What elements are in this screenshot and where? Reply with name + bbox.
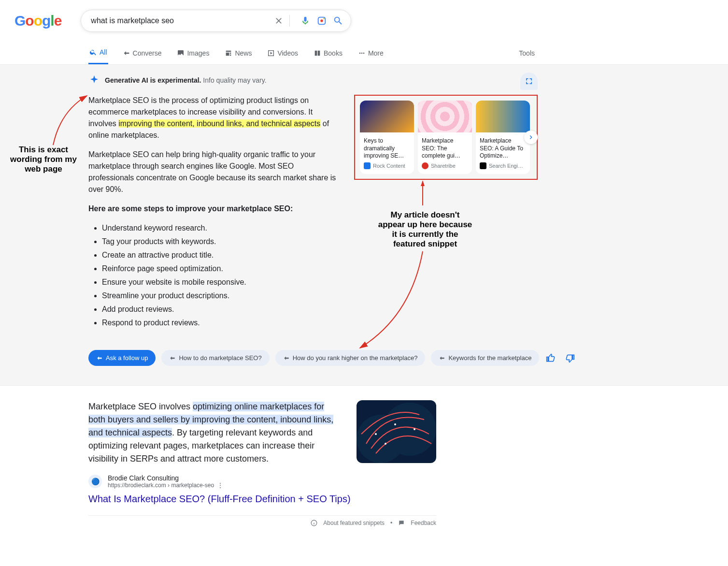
- snippet-pre: Marketplace SEO involves: [88, 402, 193, 411]
- snippet-source-row[interactable]: 🔵 Brodie Clark Consulting https://brodie…: [88, 474, 436, 489]
- ai-answer-text: Marketplace SEO is the process of optimi…: [88, 95, 340, 338]
- source-icon: [364, 162, 371, 169]
- list-item: Reinforce page speed optimization.: [102, 263, 340, 275]
- list-item: Streamline your product descriptions.: [102, 290, 340, 302]
- clear-icon[interactable]: [273, 15, 285, 27]
- chip-label: How do you rank higher on the marketplac…: [293, 354, 418, 362]
- snippet-footer: About featured snippets • Feedback: [88, 515, 436, 526]
- tab-videos[interactable]: Videos: [266, 42, 299, 64]
- search-box[interactable]: [81, 10, 351, 32]
- annotation-arrow-curve: [353, 249, 430, 355]
- snippet-text: Marketplace SEO involves optimizing onli…: [88, 400, 343, 465]
- tab-all[interactable]: All: [88, 42, 108, 64]
- card-thumbnail: [476, 101, 530, 132]
- annotation-arrow-left: [46, 92, 94, 150]
- card-thumbnail: [360, 101, 414, 132]
- tab-news[interactable]: News: [224, 42, 253, 64]
- svg-point-11: [385, 443, 386, 445]
- svg-point-10: [414, 428, 415, 430]
- ai-para1-highlight: improving the content, inbound links, an…: [118, 119, 320, 128]
- annotation-left: This is exact wording from my web page: [10, 145, 77, 174]
- info-icon: [311, 520, 317, 526]
- list-item: Respond to product reviews.: [102, 317, 340, 329]
- svg-point-2: [324, 18, 325, 19]
- search-input[interactable]: [91, 16, 268, 25]
- list-item: Tag your products with keywords.: [102, 236, 340, 247]
- followup-chip[interactable]: How to do marketplace SEO?: [161, 350, 269, 366]
- tab-label: Converse: [133, 49, 162, 57]
- followup-chip[interactable]: Keywords for the marketplace: [431, 350, 539, 366]
- tab-label: All: [100, 48, 107, 56]
- source-card[interactable]: Marketplace SEO: A Guide To Optimize… Se…: [476, 101, 530, 174]
- svg-point-4: [361, 52, 363, 54]
- tab-label: News: [235, 49, 252, 57]
- source-icon: [422, 162, 428, 169]
- feedback-icon: [398, 520, 405, 526]
- sparkle-icon: [88, 74, 100, 86]
- tab-label: Videos: [277, 49, 298, 57]
- followup-chips-row: Ask a follow up How to do marketplace SE…: [88, 350, 538, 366]
- card-title: Marketplace SEO: A Guide To Optimize…: [476, 132, 530, 160]
- gen-ai-disclaimer: Generative AI is experimental. Info qual…: [88, 74, 538, 86]
- header: Google: [0, 0, 728, 42]
- card-title: Keys to dramatically improving SE…: [360, 132, 414, 160]
- tab-label: Images: [187, 49, 209, 57]
- disclaimer-rest: Info quality may vary.: [203, 76, 266, 84]
- card-source: Search Engi…: [476, 160, 530, 174]
- tab-label: Books: [324, 49, 343, 57]
- google-logo[interactable]: Google: [14, 13, 61, 29]
- tools-link[interactable]: Tools: [519, 49, 535, 57]
- tab-books[interactable]: Books: [313, 42, 343, 64]
- list-item: Add product reviews.: [102, 304, 340, 315]
- svg-point-7: [383, 403, 436, 456]
- ai-para2: Marketplace SEO can help bring high-qual…: [88, 149, 340, 195]
- source-name: Rock Content: [373, 163, 405, 169]
- ask-followup-chip[interactable]: Ask a follow up: [88, 350, 156, 366]
- cards-next-button[interactable]: [524, 131, 538, 144]
- list-item: Ensure your website is mobile responsive…: [102, 276, 340, 288]
- source-url-row: https://brodieclark.com › marketplace-se…: [108, 482, 223, 489]
- microphone-icon[interactable]: [300, 15, 311, 27]
- chip-label: Keywords for the marketplace: [448, 354, 531, 362]
- source-name: Sharetribe: [431, 163, 456, 169]
- tab-converse[interactable]: Converse: [122, 42, 163, 64]
- featured-snippet: Marketplace SEO involves optimizing onli…: [0, 385, 728, 541]
- about-snippets-link[interactable]: About featured snippets: [323, 520, 385, 526]
- thumbs-up-icon[interactable]: [545, 352, 557, 364]
- result-title-link[interactable]: What Is Marketplace SEO? (Fluff-Free Def…: [88, 493, 436, 505]
- card-source: Sharetribe: [418, 160, 472, 174]
- tab-images[interactable]: Images: [176, 42, 210, 64]
- expand-button[interactable]: [520, 73, 538, 90]
- snippet-image[interactable]: [357, 400, 436, 463]
- feedback-link[interactable]: Feedback: [411, 520, 436, 526]
- svg-point-8: [375, 433, 377, 435]
- tab-label: More: [368, 49, 384, 57]
- ai-steps-list: Understand keyword research. Tag your pr…: [102, 222, 340, 329]
- disclaimer-bold: Generative AI is experimental.: [105, 76, 201, 84]
- annotation-arrow-up: [415, 179, 430, 208]
- annotation-red-box: Keys to dramatically improving SE… Rock …: [354, 95, 538, 180]
- list-item: Create an attractive product title.: [102, 249, 340, 261]
- svg-point-9: [394, 423, 396, 425]
- divider: [289, 15, 290, 27]
- svg-point-5: [363, 52, 365, 54]
- annotation-right: My article doesn't appear up here becaus…: [377, 210, 473, 249]
- tab-more[interactable]: More: [357, 42, 385, 64]
- card-thumbnail: [418, 101, 472, 132]
- ai-steps-heading: Here are some steps to improve your mark…: [88, 204, 293, 213]
- source-card[interactable]: Keys to dramatically improving SE… Rock …: [360, 101, 414, 174]
- card-title: Marketplace SEO: The complete gui…: [418, 132, 472, 160]
- favicon: 🔵: [88, 475, 102, 488]
- list-item: Understand keyword research.: [102, 222, 340, 234]
- chip-label: How to do marketplace SEO?: [179, 354, 261, 362]
- tabs-row: All Converse Images News Videos Books Mo…: [0, 42, 728, 65]
- card-source: Rock Content: [360, 160, 414, 174]
- lens-icon[interactable]: [316, 15, 328, 27]
- dot-separator: •: [390, 520, 392, 526]
- source-card[interactable]: Marketplace SEO: The complete gui… Share…: [418, 101, 472, 174]
- svg-point-3: [359, 52, 361, 54]
- thumbs-down-icon[interactable]: [564, 352, 576, 364]
- search-icon[interactable]: [332, 15, 344, 27]
- source-name: Search Engi…: [489, 163, 523, 169]
- chip-label: Ask a follow up: [106, 354, 148, 362]
